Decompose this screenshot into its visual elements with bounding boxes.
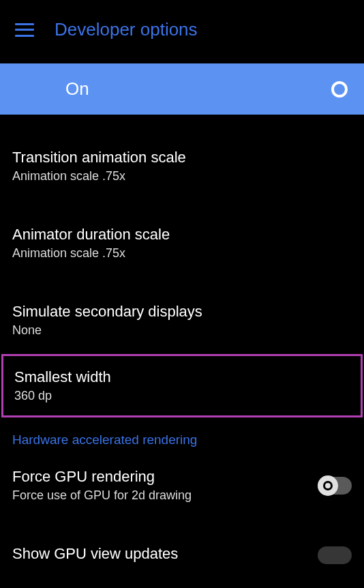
setting-animator-duration-scale[interactable]: Animator duration scale Animation scale … — [0, 212, 364, 274]
setting-title: Show GPU view updates — [12, 545, 307, 563]
setting-sub: Force use of GPU for 2d drawing — [12, 488, 307, 503]
setting-title: Animator duration scale — [12, 226, 352, 244]
setting-simulate-secondary-displays[interactable]: Simulate secondary displays None — [0, 289, 364, 351]
toggle-switch[interactable] — [318, 546, 352, 564]
toggle-on-icon — [331, 81, 348, 98]
setting-smallest-width[interactable]: Smallest width 360 dp — [1, 354, 363, 417]
page-title: Developer options — [55, 19, 198, 40]
setting-title: Smallest width — [14, 368, 350, 386]
section-hardware-rendering: Hardware accelerated rendering — [0, 420, 364, 454]
master-toggle-label: On — [65, 78, 89, 100]
app-header: Developer options — [0, 0, 364, 59]
setting-show-gpu-view-updates[interactable]: Show GPU view updates — [0, 531, 364, 579]
setting-title: Transition animation scale — [12, 149, 352, 166]
setting-sub: 360 dp — [14, 389, 350, 403]
switch-thumb-icon — [318, 475, 338, 496]
setting-title: Force GPU rendering — [12, 468, 307, 486]
setting-force-gpu-rendering[interactable]: Force GPU rendering Force use of GPU for… — [0, 454, 364, 516]
menu-icon[interactable] — [15, 23, 34, 37]
setting-sub: Animation scale .75x — [12, 169, 352, 183]
setting-sub: None — [12, 323, 352, 338]
setting-transition-animation-scale[interactable]: Transition animation scale Animation sca… — [0, 135, 364, 197]
master-toggle-row[interactable]: On — [0, 63, 364, 115]
setting-sub: Animation scale .75x — [12, 246, 352, 261]
toggle-switch[interactable] — [318, 477, 352, 495]
settings-list: Transition animation scale Animation sca… — [0, 115, 364, 579]
setting-title: Simulate secondary displays — [12, 303, 352, 321]
